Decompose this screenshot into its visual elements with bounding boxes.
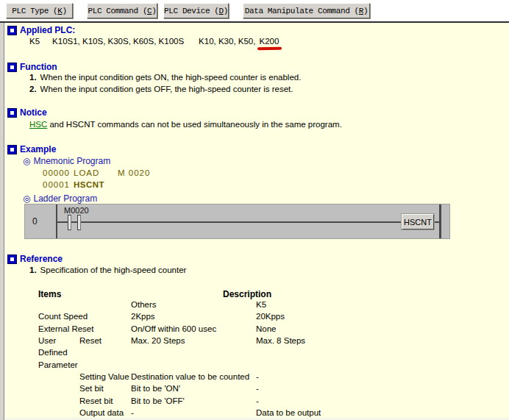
contact-symbol bbox=[77, 215, 81, 230]
table-cell: - bbox=[131, 408, 134, 417]
plc-type-button[interactable]: PLC Type (K) bbox=[6, 3, 73, 18]
table-row: Defined bbox=[38, 348, 494, 360]
ring-bullet-icon: ◎ bbox=[23, 156, 30, 166]
button-label: ) bbox=[152, 7, 156, 15]
ladder-right-rail bbox=[439, 204, 441, 238]
table-cell: User bbox=[38, 336, 56, 345]
table-cell: Parameter bbox=[38, 360, 78, 369]
table-row: UserResetMax. 20 StepsMax. 8 Steps bbox=[38, 336, 494, 348]
section-bullet-icon bbox=[7, 145, 17, 154]
mnemonic-address: 00001 bbox=[43, 180, 70, 189]
plc-group: K10, K30, K50, bbox=[199, 37, 255, 46]
table-cell: Bit to be 'OFF' bbox=[131, 396, 185, 405]
section-bullet-icon bbox=[7, 63, 17, 72]
notice-text-rest: and HSCNT commands can not be used simul… bbox=[47, 120, 342, 129]
table-header-items: Items bbox=[38, 289, 61, 299]
button-label: ) bbox=[224, 7, 228, 15]
ladder-row-number: 0 bbox=[32, 216, 38, 227]
left-border-strip bbox=[0, 23, 4, 420]
sub-label-text: Ladder Program bbox=[33, 193, 97, 204]
output-box: HSCNT bbox=[402, 214, 434, 229]
table-row: Count Speed2Kpps20Kpps bbox=[38, 312, 494, 324]
table-cell: Reset bit bbox=[79, 396, 113, 405]
mnemonic-operand: M 0020 bbox=[118, 168, 150, 177]
table-cell: Set bit bbox=[79, 384, 104, 393]
table-cell: - bbox=[256, 396, 259, 405]
table-cell: External Reset bbox=[38, 324, 93, 333]
table-cell: 2Kpps bbox=[131, 312, 155, 321]
item-text: When the input condition gets OFF, the h… bbox=[40, 85, 293, 93]
red-underline-marker bbox=[257, 47, 282, 51]
button-label: PLC Command ( bbox=[88, 7, 147, 15]
table-row: Set bitBit to be 'ON'- bbox=[38, 384, 494, 396]
section-title-example: Example bbox=[20, 144, 56, 154]
table-cell: - bbox=[256, 372, 259, 381]
button-label: Data Manipulate Command ( bbox=[245, 7, 359, 15]
table-cell: Destination value to be counted bbox=[131, 372, 249, 381]
section-bullet-icon bbox=[7, 255, 17, 264]
section-bullet-icon bbox=[7, 108, 17, 118]
plc-group: K5 bbox=[29, 37, 40, 46]
spec-table-body: OthersK5Count Speed2Kpps20KppsExternal R… bbox=[38, 300, 494, 418]
toolbar: PLC Type (K) PLC Command (C) PLC Device … bbox=[0, 0, 509, 21]
mnemonic-line: 00001 HSCNT bbox=[43, 180, 70, 189]
table-cell: Max. 8 Steps bbox=[256, 336, 305, 345]
item-text: Specification of the high-speed counter bbox=[40, 266, 187, 274]
table-cell: - bbox=[256, 384, 259, 393]
ring-bullet-icon: ◎ bbox=[23, 193, 30, 204]
table-row: Reset bitBit to be 'OFF'- bbox=[38, 396, 494, 408]
item-number: 2. bbox=[29, 85, 37, 93]
button-label: ) bbox=[63, 7, 67, 15]
section-title-function: Function bbox=[20, 62, 57, 72]
table-cell: Max. 20 Steps bbox=[131, 336, 185, 345]
ladder-program-label: ◎Ladder Program bbox=[23, 193, 97, 204]
button-label: PLC Device ( bbox=[164, 7, 218, 15]
plc-command-button[interactable]: PLC Command (C) bbox=[87, 3, 157, 18]
table-cell: Output data bbox=[79, 408, 124, 417]
rung-line bbox=[57, 221, 441, 223]
applied-plc-list: K5K10S1, K10S, K30S, K60S, K100SK10, K30… bbox=[29, 37, 279, 46]
table-cell: On/Off within 600 usec bbox=[131, 324, 216, 333]
plc-group-k200: K200 bbox=[259, 37, 279, 46]
table-cell: Setting Value bbox=[79, 372, 129, 381]
item-text: When the input condition gets ON, the hi… bbox=[40, 73, 302, 82]
mnemonic-opcode: LOAD bbox=[74, 168, 99, 177]
section-title-reference: Reference bbox=[20, 254, 63, 264]
plc-group-label: K200 bbox=[259, 37, 279, 46]
ladder-diagram: 0 M0020 HSCNT bbox=[24, 204, 450, 239]
mnemonic-line: 00000 LOAD M 0020 bbox=[43, 168, 70, 177]
table-row: Setting ValueDestination value to be cou… bbox=[38, 372, 494, 384]
data-manipulate-command-button[interactable]: Data Manipulate Command (R) bbox=[243, 3, 370, 18]
button-label: ) bbox=[363, 7, 368, 15]
mnemonic-address: 00000 bbox=[43, 168, 70, 177]
plc-group: K10S1, K10S, K30S, K60S, K100S bbox=[52, 37, 184, 46]
plc-help-window: PLC Type (K) PLC Command (C) PLC Device … bbox=[0, 0, 509, 420]
output-box-label: HSCNT bbox=[404, 218, 432, 227]
mnemonic-program-label: ◎Mnemonic Program bbox=[23, 156, 110, 166]
section-title-notice: Notice bbox=[20, 107, 47, 118]
hsc-link[interactable]: HSC bbox=[29, 120, 47, 129]
table-cell: Defined bbox=[38, 348, 68, 357]
table-cell: Data to be output bbox=[256, 408, 321, 417]
item-number: 1. bbox=[29, 73, 37, 82]
reference-item: 1.Specification of the high-speed counte… bbox=[29, 266, 186, 274]
button-label: PLC Type ( bbox=[12, 7, 57, 15]
table-cell: Count Speed bbox=[38, 312, 88, 321]
table-cell: None bbox=[256, 324, 277, 333]
table-row: OthersK5 bbox=[38, 300, 494, 312]
notice-text: HSC and HSCNT commands can not be used s… bbox=[29, 120, 342, 129]
plc-device-button[interactable]: PLC Device (D) bbox=[163, 3, 229, 18]
table-row: External ResetOn/Off within 600 usecNone bbox=[38, 324, 494, 336]
table-row: Parameter bbox=[38, 360, 494, 372]
mnemonic-opcode: HSCNT bbox=[74, 180, 104, 189]
table-cell: Reset bbox=[79, 336, 102, 345]
contact-symbol bbox=[68, 215, 71, 230]
table-cell: Others bbox=[131, 300, 157, 309]
table-cell: Bit to be 'ON' bbox=[131, 384, 180, 393]
table-header-description: Description bbox=[223, 289, 271, 299]
table-cell: 20Kpps bbox=[256, 312, 285, 321]
item-number: 1. bbox=[29, 266, 37, 274]
sub-label-text: Mnemonic Program bbox=[33, 156, 110, 166]
section-title-applied-plc: Applied PLC: bbox=[20, 25, 75, 35]
section-bullet-icon bbox=[7, 26, 17, 35]
